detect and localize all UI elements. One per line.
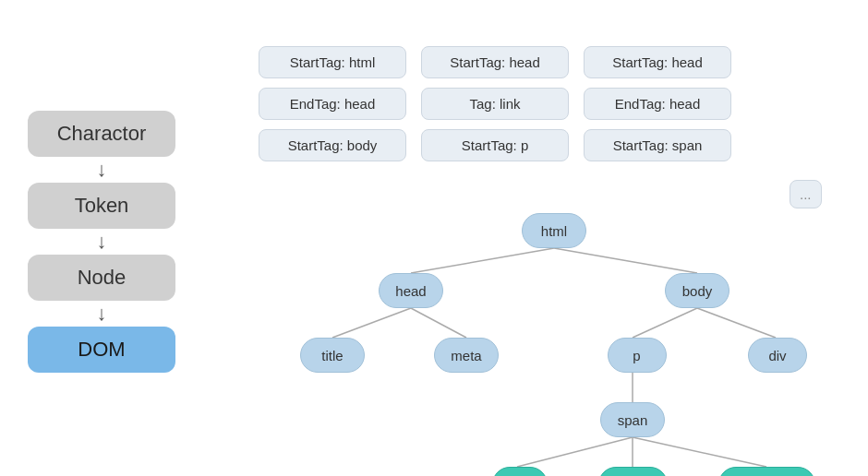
arrow-3: ↓ <box>97 301 107 327</box>
token-cell-1: StartTag: head <box>421 46 569 78</box>
tree-node-body: body <box>665 273 729 308</box>
pipeline-node: Node <box>28 255 175 301</box>
token-cell-4: Tag: link <box>421 88 569 120</box>
svg-line-5 <box>697 308 776 338</box>
token-cell-7: StartTag: p <box>421 129 569 161</box>
tree-node-html: html <box>522 213 586 248</box>
pipeline: Charactor ↓ Token ↓ Node ↓ DOM <box>28 111 175 373</box>
svg-line-9 <box>633 437 766 467</box>
token-cell-3: EndTag: head <box>259 88 406 120</box>
pipeline-dom: DOM <box>28 327 175 373</box>
svg-line-7 <box>517 437 633 467</box>
tree-diagram: htmlheadbodytitlemetapdivspanJSblocksHTM… <box>249 203 859 470</box>
svg-line-0 <box>411 248 554 273</box>
pipeline-charactor: Charactor <box>28 111 175 157</box>
tree-node-title: title <box>300 338 365 373</box>
svg-line-3 <box>411 308 466 338</box>
token-cell-0: StartTag: html <box>259 46 406 78</box>
svg-line-2 <box>332 308 411 338</box>
tree-node-head: head <box>379 273 443 308</box>
token-cell-6: StartTag: body <box>259 129 406 161</box>
tree-node-div: div <box>748 338 807 373</box>
tree-node-meta: meta <box>434 338 499 373</box>
pipeline-token: Token <box>28 183 175 229</box>
token-cell-8: StartTag: span <box>584 129 731 161</box>
tree-node-blocks: blocks <box>598 467 668 476</box>
tree-node-htmlparser: HTML parser <box>718 467 815 476</box>
token-grid: StartTag: htmlStartTag: headStartTag: he… <box>259 46 731 161</box>
svg-line-1 <box>554 248 697 273</box>
arrow-1: ↓ <box>97 157 107 183</box>
tree-node-span: span <box>600 402 665 437</box>
token-cell-5: EndTag: head <box>584 88 731 120</box>
tree-node-p: p <box>608 338 667 373</box>
token-cell-2: StartTag: head <box>584 46 731 78</box>
arrow-2: ↓ <box>97 229 107 255</box>
svg-line-4 <box>633 308 697 338</box>
